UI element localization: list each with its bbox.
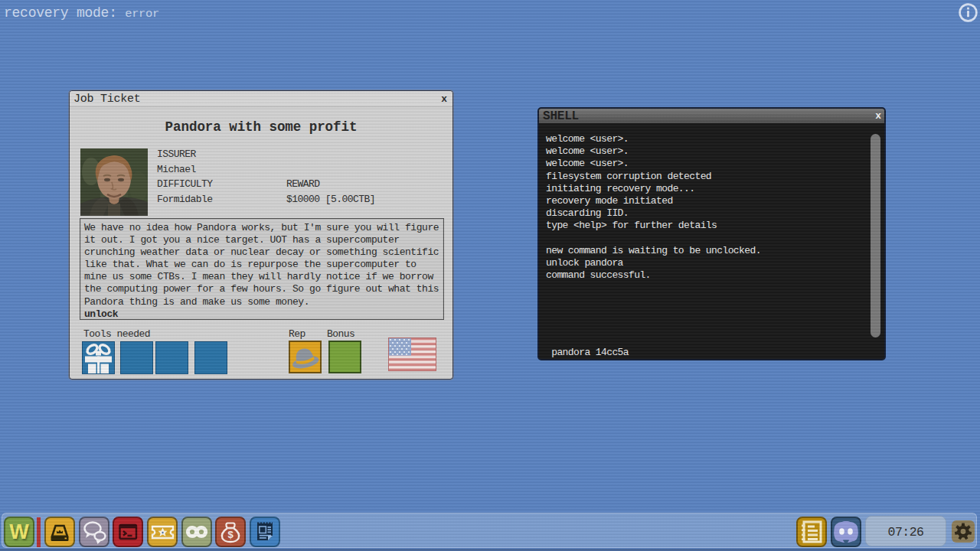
- svg-text:$: $: [227, 529, 234, 540]
